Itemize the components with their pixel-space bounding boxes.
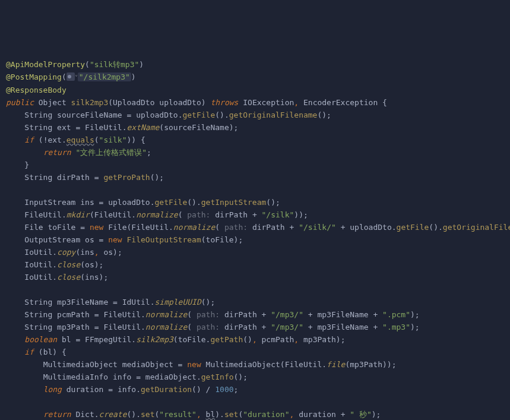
code-line (6, 283, 504, 296)
code-line: File toFile = new File(FileUtil.normaliz… (6, 221, 504, 233)
code-line: String ext = FileUtil.extName(sourceFile… (6, 121, 504, 134)
param-hint: path: (197, 323, 220, 331)
code-line: String mp3Path = FileUtil.normalize( pat… (6, 321, 504, 333)
code-line: public Object silk2mp3(UploadDto uploadD… (6, 96, 504, 109)
endpoint-icon[interactable] (66, 72, 75, 81)
code-line: @ResponseBody (6, 84, 504, 96)
code-line: boolean bl = FFmpegUtil.silk2mp3(toFile.… (6, 333, 504, 346)
param-hint: path: (224, 223, 248, 232)
code-line: if (bl) { (6, 346, 504, 358)
code-line (6, 184, 504, 196)
method-name: silk2mp3 (71, 98, 109, 107)
code-editor[interactable]: @ApiModelProperty("silk转mp3")@PostMappin… (6, 58, 504, 420)
code-line: @PostMapping(˅"/silk2mp3") (6, 71, 504, 84)
warning-underline: equals (66, 135, 94, 144)
code-line: FileUtil.mkdir(FileUtil.normalize( path:… (6, 209, 504, 221)
code-line: OutputStream os = new FileOutputStream(t… (6, 233, 504, 246)
code-line: String pcmPath = FileUtil.normalize( pat… (6, 308, 504, 321)
code-line: return "文件上传格式错误"; (6, 146, 504, 159)
code-line: MultimediaInfo info = mediaObject.getInf… (6, 371, 504, 383)
warning-underline: bl (206, 410, 216, 419)
code-line: long duration = info.getDuration() / 100… (6, 383, 504, 396)
code-line: String sourceFileName = uploadDto.getFil… (6, 109, 504, 121)
code-line: IoUtil.close(ins); (6, 271, 504, 283)
code-line: IoUtil.copy(ins, os); (6, 246, 504, 258)
code-line: if (!ext.equals("silk")) { (6, 134, 504, 146)
code-line: MultimediaObject mediaObject = new Multi… (6, 358, 504, 371)
code-line: } (6, 159, 504, 171)
code-line: @ApiModelProperty("silk转mp3") (6, 58, 504, 71)
code-line: IoUtil.close(os); (6, 258, 504, 271)
param-hint: path: (197, 310, 220, 319)
annotation: @ResponseBody (6, 86, 66, 94)
chevron-down-icon: ˅ (75, 74, 78, 81)
code-line: InputStream ins = uploadDto.getFile().ge… (6, 196, 504, 209)
code-line: return Dict.create().set("result", bl).s… (6, 408, 504, 420)
annotation: @ApiModelProperty (6, 60, 85, 69)
code-line: String dirPath = getProPath(); (6, 171, 504, 184)
code-line: String mp3FileName = IdUtil.simpleUUID()… (6, 296, 504, 308)
code-line (6, 396, 504, 408)
param-hint: path: (187, 210, 210, 219)
annotation: @PostMapping (6, 72, 62, 81)
